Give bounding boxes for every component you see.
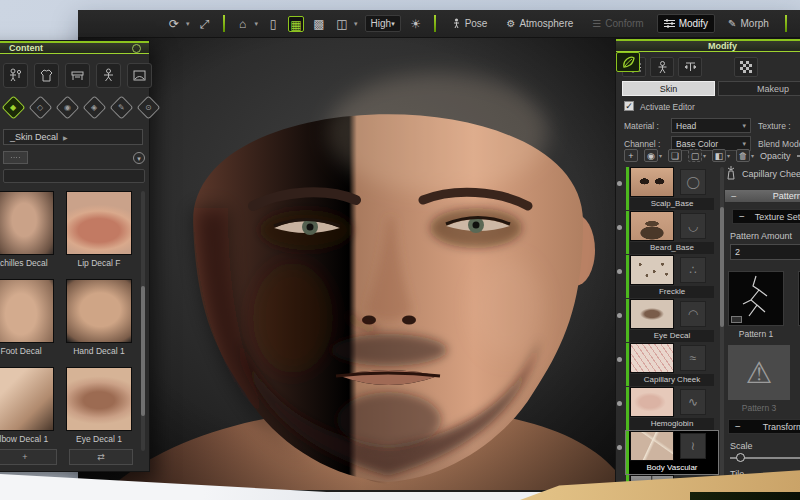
layer-mask-icon[interactable]: ◯: [680, 169, 706, 195]
duplicate-layer-icon[interactable]: ❏: [668, 149, 682, 162]
content-panel-header[interactable]: Content: [0, 41, 149, 54]
add-content-button[interactable]: +: [0, 449, 57, 465]
section-texture-settings[interactable]: −Texture Settings: [732, 209, 800, 224]
content-item[interactable]: Foot Decal: [0, 279, 55, 356]
layer-capillary-cheek[interactable]: ≈ Capillary Cheek: [626, 343, 718, 386]
panel-layout-icon[interactable]: ▯: [265, 16, 281, 32]
content-item[interactable]: Achilles Decal: [0, 191, 55, 268]
orbit-reset-icon[interactable]: ⟳: [166, 16, 182, 32]
layer-hemoglobin[interactable]: ∿ Hemoglobin: [626, 387, 718, 430]
home-dropdown-icon[interactable]: ▾: [255, 20, 259, 28]
content-item-thumbnail[interactable]: [0, 367, 54, 431]
content-item-thumbnail[interactable]: [66, 191, 132, 255]
modify-button[interactable]: Modify: [657, 14, 715, 33]
wireframe-dropdown-icon[interactable]: ▾: [354, 20, 358, 28]
layer-thumbnail[interactable]: [630, 255, 674, 285]
section-transform[interactable]: −Transform: [728, 419, 800, 434]
content-item-thumbnail[interactable]: [0, 279, 54, 343]
layer-mask-icon[interactable]: ≀: [680, 433, 706, 459]
category-stage-icon[interactable]: [127, 63, 152, 88]
pattern-1-thumbnail[interactable]: [728, 271, 784, 326]
layer-mask-icon[interactable]: ◠: [680, 301, 706, 327]
tab-skin[interactable]: Skin: [622, 81, 715, 96]
folder-tab[interactable]: ····: [3, 151, 28, 164]
grid-view-icon[interactable]: ▦: [288, 16, 304, 32]
tab-skin-editor-icon[interactable]: [616, 52, 640, 72]
pattern-amount-input[interactable]: [730, 244, 800, 260]
layer-list-scrollbar[interactable]: [720, 167, 724, 497]
apply-content-button[interactable]: ⇄: [69, 449, 133, 465]
light-icon[interactable]: ☀: [408, 16, 424, 32]
category-animation-icon[interactable]: [96, 63, 121, 88]
tab-proportion-icon[interactable]: [678, 57, 702, 77]
layer-visibility-dot[interactable]: [617, 181, 622, 186]
content-item[interactable]: Eye Decal 1: [65, 367, 133, 444]
content-item-thumbnail[interactable]: [66, 367, 132, 431]
content-item[interactable]: Lip Decal F: [65, 191, 133, 268]
conform-button[interactable]: ☰Conform: [586, 15, 649, 32]
category-actor-icon[interactable]: [3, 63, 28, 88]
filter-eye-icon[interactable]: ◉: [55, 95, 79, 119]
visibility-icon[interactable]: ◉: [644, 149, 658, 162]
layer-thumbnail[interactable]: [630, 431, 674, 461]
layer-mask-icon[interactable]: ∿: [680, 389, 706, 415]
tab-texture-icon[interactable]: [734, 57, 758, 77]
breadcrumb[interactable]: _Skin Decal ▶: [3, 129, 143, 145]
layer-visibility-dot[interactable]: [617, 225, 622, 230]
content-scrollbar[interactable]: [141, 191, 145, 451]
content-item[interactable]: Hand Decal 1: [65, 279, 133, 356]
layer-thumbnail[interactable]: [630, 211, 674, 241]
quality-dropdown[interactable]: High▾: [365, 15, 401, 32]
pattern-3-warning[interactable]: ⚠: [728, 345, 790, 400]
layer-beard-base[interactable]: ◡ Beard_Base: [626, 211, 718, 254]
section-pattern[interactable]: −Pattern: [724, 189, 800, 203]
modify-panel-header[interactable]: Modify: [616, 39, 800, 52]
collapse-section-icon[interactable]: ▾: [133, 152, 145, 164]
home-icon[interactable]: ⌂: [235, 16, 251, 32]
layer-visibility-dot[interactable]: [617, 445, 622, 450]
layer-freckle[interactable]: ∴ Freckle: [626, 255, 718, 298]
layer-visibility-dot[interactable]: [617, 357, 622, 362]
filter-input[interactable]: [3, 169, 145, 183]
layer-visibility-dot[interactable]: [617, 313, 622, 318]
uv-view-icon[interactable]: ▩: [311, 16, 327, 32]
filter-skin-icon[interactable]: ◆: [1, 95, 25, 119]
layer-visibility-dot[interactable]: [617, 269, 622, 274]
atmosphere-button[interactable]: ⚙Atmosphere: [500, 15, 579, 32]
layer-mask-icon[interactable]: ≈: [680, 345, 706, 371]
category-props-icon[interactable]: [65, 63, 90, 88]
filter-physics-icon[interactable]: ⊙: [136, 95, 160, 119]
layer-thumbnail[interactable]: [630, 167, 674, 197]
tab-makeup[interactable]: Makeup: [718, 81, 800, 96]
activate-editor-checkbox[interactable]: ✓: [624, 101, 634, 111]
orbit-dropdown-icon[interactable]: ▾: [186, 20, 190, 28]
filter-material-icon[interactable]: ◇: [28, 95, 52, 119]
layer-scalp-base[interactable]: ◯ Scalp_Base: [626, 167, 718, 210]
add-layer-icon[interactable]: +: [624, 149, 638, 162]
content-item[interactable]: Elbow Decal 1: [0, 367, 55, 444]
category-wardrobe-icon[interactable]: [34, 63, 59, 88]
panel-options-icon[interactable]: [132, 44, 141, 53]
delete-layer-icon[interactable]: 🗑︎: [736, 149, 750, 162]
content-item-thumbnail[interactable]: [0, 191, 54, 255]
layer-thumbnail[interactable]: [630, 299, 674, 329]
layer-eye-decal[interactable]: ◠ Eye Decal: [626, 299, 718, 342]
filter-sound-icon[interactable]: ◈: [82, 95, 106, 119]
content-item-thumbnail[interactable]: [66, 279, 132, 343]
wireframe-icon[interactable]: ◫: [334, 16, 350, 32]
opacity-slider[interactable]: [797, 155, 800, 157]
scale-slider[interactable]: [730, 457, 800, 459]
filter-brush-icon[interactable]: ✎: [109, 95, 133, 119]
morph-button[interactable]: ✎Morph: [722, 15, 775, 32]
layer-mask-icon[interactable]: ◡: [680, 213, 706, 239]
tab-morph-icon[interactable]: [650, 57, 674, 77]
layer-visibility-dot[interactable]: [617, 401, 622, 406]
layer-body-vascular[interactable]: ≀ Body Vascular: [626, 431, 718, 474]
maximize-viewport-icon[interactable]: ⤢: [197, 16, 213, 32]
layer-thumbnail[interactable]: [630, 387, 674, 417]
layer-thumbnail[interactable]: [630, 343, 674, 373]
material-dropdown[interactable]: Head▾: [671, 118, 751, 133]
pose-button[interactable]: Pose: [446, 15, 494, 32]
fill-icon[interactable]: ◧: [712, 149, 726, 162]
select-mask-icon[interactable]: ▢: [688, 149, 702, 162]
